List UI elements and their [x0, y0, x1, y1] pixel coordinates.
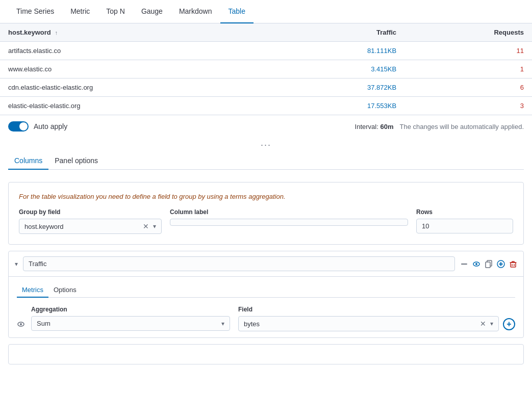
agg-fields: Aggregation Sum ▾ Field bytes [31, 306, 499, 331]
metric-sub-tab-options[interactable]: Options [48, 283, 82, 298]
metric-actions [460, 260, 517, 268]
metric-collapse-button[interactable]: ▾ [15, 260, 18, 268]
data-table-section: host.keyword ↑ Traffic Requests artifact… [0, 23, 532, 115]
tab-metric[interactable]: Metric [62, 0, 98, 23]
cell-host-3: elastic-elastic-elastic.org [0, 97, 279, 115]
field-chevron-icon: ▾ [490, 320, 493, 327]
aggregation-eye-icon [17, 306, 25, 328]
metric-add-button[interactable] [497, 260, 505, 268]
table-row: www.elastic.co 3.415KB 1 [0, 60, 532, 78]
metric-hide-button[interactable] [460, 260, 468, 268]
info-message: For the table visualization you need to … [19, 193, 513, 200]
auto-apply-toggle[interactable] [8, 121, 29, 132]
cell-traffic-1: 3.415KB [279, 60, 404, 78]
aggregation-chevron-icon: ▾ [221, 320, 224, 327]
cell-requests-3: 3 [404, 97, 532, 115]
svg-rect-8 [511, 263, 516, 267]
column-label-field-group: Column label [170, 208, 408, 226]
auto-apply-right: Interval: 60m The changes will be automa… [355, 123, 524, 130]
tab-bar: Time Series Metric Top N Gauge Markdown … [0, 0, 532, 23]
metric-section: ▾ Traffic [8, 251, 524, 338]
field-value: bytes [244, 320, 260, 328]
bottom-section-placeholder [8, 344, 524, 364]
config-area: Auto apply Interval: 60m The changes wil… [0, 115, 532, 176]
aggregation-value: Sum [37, 320, 50, 327]
data-table: host.keyword ↑ Traffic Requests artifact… [0, 23, 532, 115]
svg-point-13 [20, 323, 22, 325]
table-row: artifacts.elastic.co 81.111KB 11 [0, 42, 532, 60]
cell-host-2: cdn.elastic-elastic-elastic.org [0, 78, 279, 97]
metric-eye-button[interactable] [472, 260, 480, 268]
group-by-label: Group by field [19, 208, 162, 216]
metric-copy-button[interactable] [485, 260, 493, 268]
sub-tab-panel-options[interactable]: Panel options [48, 152, 104, 170]
rows-label: Rows [416, 208, 513, 216]
col-header-requests[interactable]: Requests [404, 23, 532, 42]
interval-value: 60m [380, 123, 393, 130]
more-dots-button[interactable]: ... [8, 136, 524, 152]
col-header-host[interactable]: host.keyword ↑ [0, 23, 279, 42]
field-select[interactable]: bytes ✕ ▾ [238, 316, 499, 331]
column-label-input[interactable] [170, 219, 408, 226]
svg-rect-0 [461, 264, 467, 265]
metric-delete-button[interactable] [509, 260, 517, 268]
changes-note: The changes will be automatically applie… [399, 123, 524, 130]
interval-label: Interval: 60m [355, 123, 394, 130]
group-by-field-group: Group by field host.keyword ✕ ▾ [19, 208, 162, 234]
cell-requests-2: 6 [404, 78, 532, 97]
svg-rect-4 [486, 262, 490, 268]
group-by-input[interactable]: host.keyword ✕ ▾ [19, 219, 162, 234]
app-container: Time Series Metric Top N Gauge Markdown … [0, 0, 532, 419]
cell-host-1: www.elastic.co [0, 60, 279, 78]
auto-apply-left: Auto apply [8, 121, 67, 132]
cell-host-0: artifacts.elastic.co [0, 42, 279, 60]
tab-time-series[interactable]: Time Series [8, 0, 62, 23]
bottom-config: For the table visualization you need to … [0, 176, 532, 419]
cell-requests-1: 1 [404, 60, 532, 78]
column-label-label: Column label [170, 208, 408, 216]
metric-sub-tab-metrics[interactable]: Metrics [17, 283, 48, 298]
auto-apply-row: Auto apply Interval: 60m The changes wil… [8, 121, 524, 132]
toggle-knob [19, 122, 28, 130]
metric-header: ▾ Traffic [9, 251, 523, 277]
add-field-button-container: + [503, 306, 515, 330]
add-field-button[interactable]: + [503, 318, 515, 330]
svg-rect-7 [499, 264, 503, 265]
field-clear-icon[interactable]: ✕ [480, 320, 486, 328]
rows-value: 10 [422, 222, 429, 230]
table-row: elastic-elastic-elastic.org 17.553KB 3 [0, 97, 532, 115]
sub-tab-bar: Columns Panel options [8, 152, 524, 170]
aggregation-label: Aggregation [31, 306, 230, 313]
aggregation-field-group: Aggregation Sum ▾ [31, 306, 230, 331]
config-panel: For the table visualization you need to … [8, 182, 524, 245]
tab-markdown[interactable]: Markdown [171, 0, 220, 23]
rows-input[interactable]: 10 [416, 219, 513, 233]
cell-traffic-2: 37.872KB [279, 78, 404, 97]
field-label: Field [238, 306, 499, 313]
metric-body: Metrics Options Aggregation [9, 277, 523, 337]
auto-apply-label: Auto apply [34, 122, 67, 130]
group-by-value: host.keyword [24, 223, 64, 230]
svg-point-2 [475, 263, 477, 265]
group-by-chevron-icon[interactable]: ▾ [153, 223, 156, 230]
tab-table[interactable]: Table [220, 0, 254, 23]
cell-requests-0: 11 [404, 42, 532, 60]
aggregation-row: Aggregation Sum ▾ Field bytes [17, 306, 515, 331]
cell-traffic-0: 81.111KB [279, 42, 404, 60]
field-row: Group by field host.keyword ✕ ▾ Column l… [19, 208, 513, 234]
metric-name-input[interactable]: Traffic [23, 256, 455, 271]
col-header-traffic[interactable]: Traffic [279, 23, 404, 42]
sort-icon-host: ↑ [55, 30, 58, 36]
tab-top-n[interactable]: Top N [98, 0, 133, 23]
metric-sub-tabs: Metrics Options [17, 283, 515, 298]
rows-field-group: Rows 10 [416, 208, 513, 233]
field-field-group: Field bytes ✕ ▾ [238, 306, 499, 331]
sub-tab-columns[interactable]: Columns [8, 152, 48, 170]
group-by-clear-icon[interactable]: ✕ [143, 222, 149, 230]
cell-traffic-3: 17.553KB [279, 97, 404, 115]
tab-gauge[interactable]: Gauge [133, 0, 171, 23]
aggregation-select[interactable]: Sum ▾ [31, 316, 230, 331]
table-row: cdn.elastic-elastic-elastic.org 37.872KB… [0, 78, 532, 97]
